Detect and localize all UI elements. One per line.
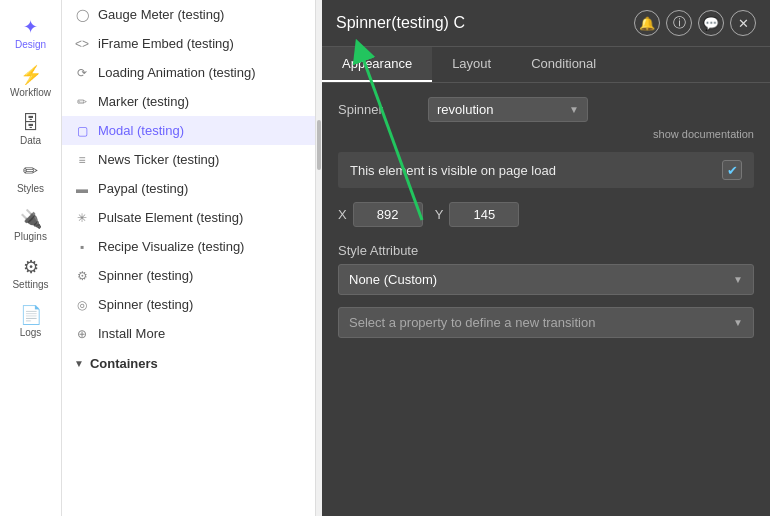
nav-label-logs: Logs — [20, 327, 42, 338]
logs-icon: 📄 — [20, 306, 42, 324]
spinner2-icon: ◎ — [74, 298, 90, 312]
sidebar-item-modal[interactable]: ▢ Modal (testing) — [62, 116, 315, 145]
sidebar-item-gauge[interactable]: ◯ Gauge Meter (testing) — [62, 0, 315, 29]
sidebar-item-label-news: News Ticker (testing) — [98, 152, 219, 167]
nav-label-workflow: Workflow — [10, 87, 51, 98]
news-icon: ≡ — [74, 153, 90, 167]
tab-layout[interactable]: Layout — [432, 47, 511, 82]
close-button[interactable]: ✕ — [730, 10, 756, 36]
nav-item-styles[interactable]: ✏ Styles — [0, 154, 61, 202]
sidebar-item-label-spinner2: Spinner (testing) — [98, 297, 193, 312]
nav-item-data[interactable]: 🗄 Data — [0, 106, 61, 154]
transition-placeholder: Select a property to define a new transi… — [349, 315, 595, 330]
panel: Spinner(testing) C 🔔 ⓘ 💬 ✕ Appearance La… — [322, 0, 770, 516]
sidebar-item-install[interactable]: ⊕ Install More — [62, 319, 315, 348]
nav-label-design: Design — [15, 39, 46, 50]
data-icon: 🗄 — [22, 114, 40, 132]
visible-label: This element is visible on page load — [350, 163, 714, 178]
x-input[interactable]: 892 — [353, 202, 423, 227]
sidebar-item-label-marker: Marker (testing) — [98, 94, 189, 109]
styles-icon: ✏ — [23, 162, 38, 180]
sidebar-item-spinner1[interactable]: ⚙ Spinner (testing) — [62, 261, 315, 290]
modal-icon: ▢ — [74, 124, 90, 138]
visible-row: This element is visible on page load ✔ — [338, 152, 754, 188]
bell-button[interactable]: 🔔 — [634, 10, 660, 36]
transition-caret-icon: ▼ — [733, 317, 743, 328]
y-label: Y — [435, 207, 444, 222]
nav-item-workflow[interactable]: ⚡ Workflow — [0, 58, 61, 106]
sidebar-item-label-paypal: Paypal (testing) — [98, 181, 188, 196]
sidebar: ◯ Gauge Meter (testing) <> iFrame Embed … — [62, 0, 316, 516]
nav-label-plugins: Plugins — [14, 231, 47, 242]
sidebar-item-label-modal: Modal (testing) — [98, 123, 184, 138]
sidebar-item-marker[interactable]: ✏ Marker (testing) — [62, 87, 315, 116]
info-button[interactable]: ⓘ — [666, 10, 692, 36]
section-label: Containers — [90, 356, 158, 371]
loading-icon: ⟳ — [74, 66, 90, 80]
spinner1-icon: ⚙ — [74, 269, 90, 283]
style-attr-select[interactable]: None (Custom) ▼ — [338, 264, 754, 295]
left-navigation: ✦ Design ⚡ Workflow 🗄 Data ✏ Styles 🔌 Pl… — [0, 0, 62, 516]
nav-label-data: Data — [20, 135, 41, 146]
spinner-caret-icon: ▼ — [569, 104, 579, 115]
nav-label-settings: Settings — [12, 279, 48, 290]
recipe-icon: ▪ — [74, 240, 90, 254]
panel-header: Spinner(testing) C 🔔 ⓘ 💬 ✕ — [322, 0, 770, 47]
style-attr-value: None (Custom) — [349, 272, 437, 287]
style-attr-label: Style Attribute — [338, 243, 754, 258]
spinner-label: Spinner — [338, 102, 418, 117]
sidebar-item-label-iframe: iFrame Embed (testing) — [98, 36, 234, 51]
visible-checkbox[interactable]: ✔ — [722, 160, 742, 180]
sidebar-item-label-spinner1: Spinner (testing) — [98, 268, 193, 283]
sidebar-item-news[interactable]: ≡ News Ticker (testing) — [62, 145, 315, 174]
tab-conditional[interactable]: Conditional — [511, 47, 616, 82]
panel-tabs: Appearance Layout Conditional — [322, 47, 770, 83]
sidebar-item-recipe[interactable]: ▪ Recipe Visualize (testing) — [62, 232, 315, 261]
sidebar-item-loading[interactable]: ⟳ Loading Animation (testing) — [62, 58, 315, 87]
marker-icon: ✏ — [74, 95, 90, 109]
tab-appearance[interactable]: Appearance — [322, 47, 432, 82]
sidebar-item-spinner2[interactable]: ◎ Spinner (testing) — [62, 290, 315, 319]
chat-button[interactable]: 💬 — [698, 10, 724, 36]
panel-content: Spinner revolution ▼ show documentation … — [322, 83, 770, 516]
settings-icon: ⚙ — [23, 258, 39, 276]
spinner-field-row: Spinner revolution ▼ — [338, 97, 754, 122]
xy-row: X 892 Y 145 — [338, 202, 754, 227]
show-documentation-link[interactable]: show documentation — [338, 128, 754, 140]
workflow-icon: ⚡ — [20, 66, 42, 84]
spinner-select[interactable]: revolution ▼ — [428, 97, 588, 122]
sidebar-item-label-recipe: Recipe Visualize (testing) — [98, 239, 244, 254]
x-label: X — [338, 207, 347, 222]
sidebar-item-label-pulsate: Pulsate Element (testing) — [98, 210, 243, 225]
panel-icon-group: 🔔 ⓘ 💬 ✕ — [634, 10, 756, 36]
nav-item-logs[interactable]: 📄 Logs — [0, 298, 61, 346]
sidebar-wrapper: ◯ Gauge Meter (testing) <> iFrame Embed … — [62, 0, 322, 516]
nav-label-styles: Styles — [17, 183, 44, 194]
transition-select[interactable]: Select a property to define a new transi… — [338, 307, 754, 338]
nav-item-settings[interactable]: ⚙ Settings — [0, 250, 61, 298]
section-arrow: ▼ — [74, 358, 84, 369]
sidebar-item-pulsate[interactable]: ✳ Pulsate Element (testing) — [62, 203, 315, 232]
sidebar-item-label-gauge: Gauge Meter (testing) — [98, 7, 224, 22]
y-group: Y 145 — [435, 202, 520, 227]
install-icon: ⊕ — [74, 327, 90, 341]
sidebar-section-containers[interactable]: ▼ Containers — [62, 348, 315, 379]
gauge-icon: ◯ — [74, 8, 90, 22]
style-attr-caret-icon: ▼ — [733, 274, 743, 285]
spinner-value: revolution — [437, 102, 493, 117]
sidebar-item-iframe[interactable]: <> iFrame Embed (testing) — [62, 29, 315, 58]
pulsate-icon: ✳ — [74, 211, 90, 225]
iframe-icon: <> — [74, 37, 90, 51]
sidebar-item-label-install: Install More — [98, 326, 165, 341]
nav-item-plugins[interactable]: 🔌 Plugins — [0, 202, 61, 250]
sidebar-item-label-loading: Loading Animation (testing) — [98, 65, 256, 80]
y-input[interactable]: 145 — [449, 202, 519, 227]
nav-item-design[interactable]: ✦ Design — [0, 10, 61, 58]
plugins-icon: 🔌 — [20, 210, 42, 228]
panel-title: Spinner(testing) C — [336, 14, 626, 32]
paypal-icon: ▬ — [74, 182, 90, 196]
sidebar-item-paypal[interactable]: ▬ Paypal (testing) — [62, 174, 315, 203]
design-icon: ✦ — [23, 18, 38, 36]
sidebar-scroll-thumb[interactable] — [317, 120, 321, 170]
x-group: X 892 — [338, 202, 423, 227]
